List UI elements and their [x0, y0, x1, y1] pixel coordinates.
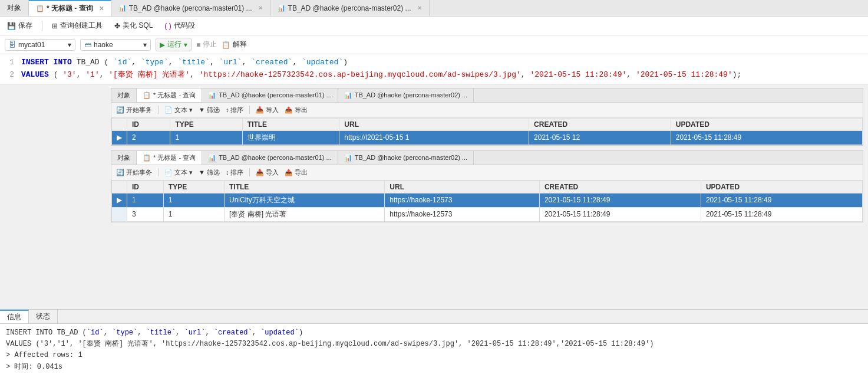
col-created-1: CREATED	[529, 118, 671, 130]
sort-label-2: 排序	[230, 168, 243, 177]
cell-type: 1	[163, 207, 224, 221]
begin-tx-icon-2: 🔄	[116, 169, 124, 176]
tab-tbad2-close[interactable]: ✕	[417, 5, 422, 11]
filter-button-1[interactable]: ▼ 筛选	[199, 106, 220, 114]
tbad2-icon: 📊	[278, 4, 286, 12]
tab-objects-label: 对象	[7, 3, 21, 13]
export-icon-2: 📤	[285, 169, 293, 176]
cell-id: 1	[127, 193, 164, 207]
run-button[interactable]: ▶ 运行 ▾	[156, 38, 192, 51]
tab-tbad1[interactable]: 📊 TB_AD @haoke (percona-master01) ... ✕	[111, 0, 270, 16]
sql-content-1: INSERT INTO TB_AD ( `id`, `type`, `title…	[21, 57, 348, 69]
run-icon: ▶	[160, 41, 165, 49]
tab-tbad2[interactable]: 📊 TB_AD @haoke (percona-master02) ... ✕	[270, 0, 430, 16]
inner-tab-obj-1[interactable]: 对象	[111, 88, 137, 102]
server-icon: 🗄	[9, 41, 16, 49]
inner-sep-4	[249, 168, 250, 176]
result-table-2: ID TYPE TITLE URL CREATED UPDATED ▶ 1 1 …	[111, 181, 863, 222]
text-icon-2: 📄	[164, 169, 173, 176]
db-value: haoke	[94, 41, 113, 49]
code-segment-label: 代码段	[174, 21, 195, 31]
toolbar-sep-1	[42, 21, 42, 31]
inner-tab-tbad1-1[interactable]: 📊 TB_AD @haoke (percona-master01) ...	[202, 88, 338, 102]
sql-line-2: 2 VALUES ( '3', '1', '[奉贤 南桥] 光语著', 'htt…	[5, 69, 863, 81]
col-arrow-1	[112, 118, 127, 130]
cell-created: 2021-05-15 11:28:49	[539, 207, 701, 221]
col-url-1: URL	[339, 118, 529, 130]
inner-tbad2-2-icon: 📊	[344, 154, 352, 162]
tab-objects[interactable]: 对象	[0, 0, 29, 16]
begin-tx-button-2[interactable]: 🔄 开始事务	[116, 168, 152, 177]
filter-icon-1: ▼	[199, 106, 205, 113]
sort-button-2[interactable]: ↕ 排序	[226, 168, 244, 177]
filter-button-2[interactable]: ▼ 筛选	[199, 168, 220, 177]
server-select[interactable]: 🗄 mycat01 ▾	[5, 39, 75, 51]
inner-tab-tbad2-2-label: TB_AD @haoke (percona-master02) ...	[355, 154, 468, 161]
save-label: 保存	[18, 21, 32, 31]
run-label: 运行	[167, 40, 181, 50]
stop-button[interactable]: ■ 停止	[196, 40, 217, 50]
inner-tab-tbad1-2[interactable]: 📊 TB_AD @haoke (percona-master01) ...	[202, 151, 338, 165]
inner-tab-query-1-label: * 无标题 - 查询	[153, 91, 196, 100]
tab-query1-close[interactable]: ✕	[99, 5, 104, 12]
cell-updated: 2021-05-15 11:28:49	[671, 130, 862, 145]
sql-editor[interactable]: 1 INSERT INTO TB_AD ( `id`, `type`, `tit…	[0, 54, 868, 84]
tab-tbad1-label: TB_AD @haoke (percona-master01) ...	[129, 4, 252, 12]
export-button-2[interactable]: 📤 导出	[285, 168, 308, 177]
line-num-2: 2	[5, 69, 14, 81]
tab-tbad1-close[interactable]: ✕	[258, 5, 263, 11]
result-panel-2: 对象 📋 * 无标题 - 查询 📊 TB_AD @haoke (percona-…	[111, 150, 863, 222]
import-label-2: 导入	[266, 168, 279, 177]
server-chevron: ▾	[68, 41, 71, 49]
text-button-1[interactable]: 📄 文本 ▾	[164, 106, 193, 114]
import-button-1[interactable]: 📥 导入	[256, 106, 279, 114]
table-row[interactable]: ▶ 1 1 UniCity万科天空之城 https://haoke-12573 …	[112, 193, 863, 207]
db-select[interactable]: 🗃 haoke ▾	[80, 39, 151, 51]
bottom-tab-info[interactable]: 信息	[0, 310, 29, 323]
sort-label-1: 排序	[230, 106, 243, 114]
inner-tab-query-2-label: * 无标题 - 查询	[153, 153, 196, 162]
text-button-2[interactable]: 📄 文本 ▾	[164, 168, 193, 177]
col-created-2: CREATED	[539, 181, 701, 193]
table-row[interactable]: 3 1 [奉贤 南桥] 光语著 https://haoke-12573 2021…	[112, 207, 863, 221]
code-segment-button[interactable]: ( ) 代码段	[162, 19, 197, 32]
import-label-1: 导入	[266, 106, 279, 114]
inner-tab-query-2[interactable]: 📋 * 无标题 - 查询	[137, 151, 202, 165]
sort-button-1[interactable]: ↕ 排序	[226, 106, 244, 114]
begin-tx-button-1[interactable]: 🔄 开始事务	[116, 106, 152, 114]
col-updated-1: UPDATED	[671, 118, 862, 130]
inner-tab-query-1[interactable]: 📋 * 无标题 - 查询	[137, 88, 202, 102]
main-toolbar: 💾 保存 ⊞ 查询创建工具 ✤ 美化 SQL ( ) 代码段	[0, 17, 868, 35]
table-row[interactable]: ▶ 2 1 世界崇明 https://l2021-05-15 1 2021-05…	[112, 130, 863, 145]
explain-icon: 📋	[222, 41, 230, 49]
inner-tab-tbad2-1-label: TB_AD @haoke (percona-master02) ...	[355, 91, 468, 99]
inner-toolbar-2: 🔄 开始事务 📄 文本 ▾ ▼ 筛选 ↕ 排序	[111, 165, 863, 181]
sort-icon-1: ↕	[226, 106, 229, 113]
bottom-content: INSERT INTO TB_AD (`id`, `type`, `title`…	[0, 324, 868, 374]
inner-sep-3	[158, 168, 159, 176]
tab-query1-label: * 无标题 - 查询	[47, 4, 93, 14]
page-wrapper: 对象 📋 * 无标题 - 查询 ✕ 📊 TB_AD @haoke (percon…	[0, 0, 868, 374]
inner-query-icon-1: 📋	[143, 91, 151, 99]
inner-tab-obj-2[interactable]: 对象	[111, 151, 137, 165]
export-label-2: 导出	[295, 168, 308, 177]
inner-tab-tbad2-1[interactable]: 📊 TB_AD @haoke (percona-master02) ...	[338, 88, 474, 102]
cell-title: UniCity万科天空之城	[224, 193, 384, 207]
tab-tbad2-label: TB_AD @haoke (percona-master02) ...	[288, 4, 411, 12]
save-button[interactable]: 💾 保存	[5, 19, 35, 32]
explain-button[interactable]: 📋 解释	[222, 40, 247, 50]
result-panel-1: 对象 📋 * 无标题 - 查询 📊 TB_AD @haoke (percona-…	[111, 88, 863, 146]
inner-tab-tbad2-2[interactable]: 📊 TB_AD @haoke (percona-master02) ...	[338, 151, 474, 165]
begin-tx-icon-1: 🔄	[116, 106, 124, 114]
query-tool-button[interactable]: ⊞ 查询创建工具	[49, 19, 105, 32]
tab-query1[interactable]: 📋 * 无标题 - 查询 ✕	[29, 0, 111, 16]
col-arrow-2	[112, 181, 127, 193]
cell-type: 1	[170, 130, 242, 145]
export-button-1[interactable]: 📤 导出	[285, 106, 308, 114]
bottom-tab-status[interactable]: 状态	[29, 310, 58, 323]
beautify-label: 美化 SQL	[123, 21, 153, 31]
result-table-1: ID TYPE TITLE URL CREATED UPDATED ▶ 2 1 …	[111, 118, 863, 145]
row-arrow-2-2	[112, 207, 127, 221]
beautify-button[interactable]: ✤ 美化 SQL	[112, 19, 155, 32]
import-button-2[interactable]: 📥 导入	[256, 168, 279, 177]
